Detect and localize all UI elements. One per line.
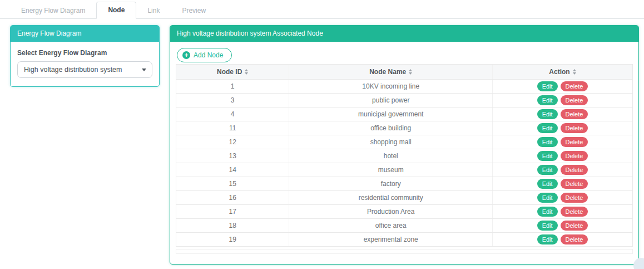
- action-cell: Edit Delete: [493, 107, 632, 121]
- left-panel-title: Energy Flow Diagram: [11, 26, 159, 42]
- node-name-cell: 10KV incoming line: [289, 80, 493, 93]
- table-body: 1 10KV incoming line Edit Delete 3 publi…: [176, 80, 632, 247]
- node-name-cell: office building: [289, 121, 493, 135]
- tab-bar: Energy Flow Diagram Node Link Preview: [0, 0, 644, 19]
- table-row: 15 factory Edit Delete: [176, 177, 632, 191]
- delete-button[interactable]: Delete: [561, 123, 588, 133]
- action-cell: Edit Delete: [493, 177, 632, 190]
- associated-node-panel: High voltage distribution system Associa…: [170, 25, 639, 265]
- sort-icon: [409, 69, 412, 75]
- node-id-cell: 18: [176, 219, 289, 232]
- action-cell: Edit Delete: [493, 80, 632, 93]
- delete-button[interactable]: Delete: [561, 179, 588, 189]
- edit-button[interactable]: Edit: [537, 123, 558, 133]
- node-name-cell: hotel: [289, 149, 493, 163]
- selected-diagram-value: High voltage distribution system: [24, 66, 122, 74]
- action-cell: Edit Delete: [493, 233, 632, 246]
- node-name-cell: museum: [289, 163, 493, 177]
- action-cell: Edit Delete: [493, 163, 632, 177]
- add-node-button[interactable]: + Add Node: [177, 48, 232, 62]
- column-header-node-id[interactable]: Node ID: [176, 65, 289, 79]
- plus-icon: +: [182, 51, 190, 59]
- node-id-cell: 16: [176, 191, 289, 204]
- edit-button[interactable]: Edit: [537, 109, 558, 119]
- action-cell: Edit Delete: [493, 94, 632, 107]
- table-footer-strip: [176, 249, 633, 254]
- edit-button[interactable]: Edit: [537, 165, 558, 175]
- table-row: 19 experimental zone Edit Delete: [176, 233, 632, 247]
- edit-button[interactable]: Edit: [537, 81, 558, 91]
- table-row: 17 Production Area Edit Delete: [176, 205, 632, 219]
- sort-icon: [245, 69, 248, 75]
- edit-button[interactable]: Edit: [537, 95, 558, 105]
- delete-button[interactable]: Delete: [561, 234, 588, 244]
- node-name-cell: factory: [289, 177, 493, 190]
- node-id-cell: 11: [176, 121, 289, 135]
- table-row: 1 10KV incoming line Edit Delete: [176, 80, 632, 94]
- left-panel-body: Select Energy Flow Diagram High voltage …: [11, 42, 159, 86]
- delete-button[interactable]: Delete: [561, 221, 588, 231]
- delete-button[interactable]: Delete: [561, 165, 588, 175]
- node-name-cell: Production Area: [289, 205, 493, 218]
- node-table: Node ID Node Name Action: [176, 64, 633, 247]
- energy-flow-diagram-panel: Energy Flow Diagram Select Energy Flow D…: [10, 25, 160, 87]
- node-name-cell: office area: [289, 219, 493, 232]
- right-panel-body: + Add Node Node ID Node Name Action: [170, 42, 638, 264]
- tab-node[interactable]: Node: [96, 2, 136, 19]
- delete-button[interactable]: Delete: [561, 95, 588, 105]
- action-cell: Edit Delete: [493, 149, 632, 163]
- column-header-node-name[interactable]: Node Name: [289, 65, 493, 79]
- table-row: 11 office building Edit Delete: [176, 121, 632, 135]
- action-cell: Edit Delete: [493, 219, 632, 232]
- table-row: 12 shopping mall Edit Delete: [176, 135, 632, 149]
- node-name-cell: experimental zone: [289, 233, 493, 246]
- tab-preview[interactable]: Preview: [171, 3, 217, 19]
- edit-button[interactable]: Edit: [537, 179, 558, 189]
- node-id-cell: 19: [176, 233, 289, 246]
- node-id-cell: 12: [176, 135, 289, 149]
- delete-button[interactable]: Delete: [561, 109, 588, 119]
- edit-button[interactable]: Edit: [537, 151, 558, 161]
- action-cell: Edit Delete: [493, 205, 632, 218]
- delete-button[interactable]: Delete: [561, 193, 588, 203]
- action-cell: Edit Delete: [493, 191, 632, 204]
- table-header-row: Node ID Node Name Action: [176, 65, 632, 80]
- edit-button[interactable]: Edit: [537, 234, 558, 244]
- chevron-down-icon: [142, 69, 146, 71]
- node-id-cell: 1: [176, 80, 289, 93]
- node-name-cell: shopping mall: [289, 135, 493, 149]
- delete-button[interactable]: Delete: [561, 137, 588, 147]
- node-id-cell: 13: [176, 149, 289, 163]
- node-id-cell: 14: [176, 163, 289, 177]
- column-header-action[interactable]: Action: [493, 65, 632, 79]
- table-row: 16 residential community Edit Delete: [176, 191, 632, 205]
- delete-button[interactable]: Delete: [561, 81, 588, 91]
- main-content: Energy Flow Diagram Select Energy Flow D…: [0, 19, 644, 265]
- right-panel-title: High voltage distribution system Associa…: [170, 26, 638, 42]
- node-id-cell: 15: [176, 177, 289, 190]
- delete-button[interactable]: Delete: [561, 207, 588, 217]
- tab-energy-flow-diagram[interactable]: Energy Flow Diagram: [10, 3, 96, 19]
- edit-button[interactable]: Edit: [537, 137, 558, 147]
- node-name-cell: residential community: [289, 191, 493, 204]
- energy-flow-diagram-select[interactable]: High voltage distribution system: [17, 61, 152, 78]
- node-id-cell: 17: [176, 205, 289, 218]
- edit-button[interactable]: Edit: [537, 193, 558, 203]
- edit-button[interactable]: Edit: [537, 221, 558, 231]
- table-row: 14 museum Edit Delete: [176, 163, 632, 177]
- node-name-cell: municipal government: [289, 107, 493, 121]
- node-id-cell: 3: [176, 94, 289, 107]
- sort-icon: [573, 69, 576, 75]
- tab-link[interactable]: Link: [136, 3, 171, 19]
- action-cell: Edit Delete: [493, 135, 632, 149]
- table-row: 18 office area Edit Delete: [176, 219, 632, 233]
- node-id-cell: 4: [176, 107, 289, 121]
- select-diagram-label: Select Energy Flow Diagram: [17, 49, 152, 57]
- table-row: 13 hotel Edit Delete: [176, 149, 632, 163]
- action-cell: Edit Delete: [493, 121, 632, 135]
- table-row: 4 municipal government Edit Delete: [176, 107, 632, 121]
- add-node-label: Add Node: [194, 51, 223, 59]
- node-name-cell: public power: [289, 94, 493, 107]
- edit-button[interactable]: Edit: [537, 207, 558, 217]
- delete-button[interactable]: Delete: [561, 151, 588, 161]
